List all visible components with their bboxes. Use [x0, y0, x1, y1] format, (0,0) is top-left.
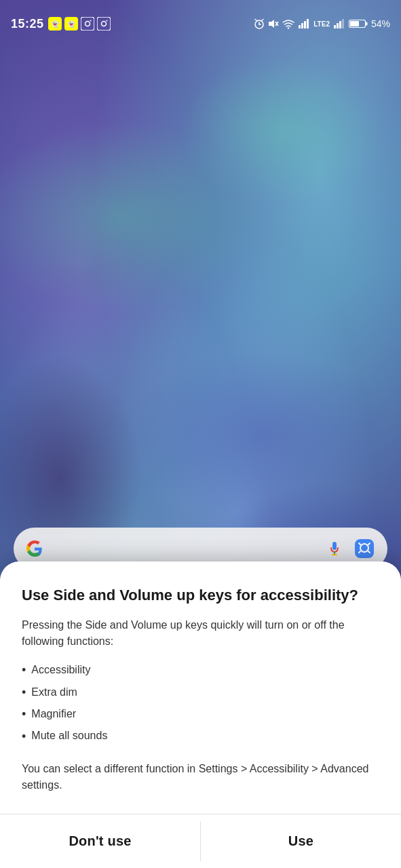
svg-point-18	[288, 27, 289, 28]
svg-rect-23	[334, 25, 336, 28]
snapchat-notif-icon-2: 👻	[64, 17, 78, 31]
svg-point-9	[106, 20, 107, 22]
svg-rect-7	[97, 17, 111, 31]
list-item-mute: Mute all sounds	[22, 726, 379, 747]
list-item-magnifier: Magnifier	[22, 703, 379, 725]
status-bar: 15:25 👻 👻	[0, 0, 401, 41]
signal-icon	[298, 18, 310, 29]
dialog-description: Pressing the Side and Volume up keys qui…	[22, 617, 379, 650]
dialog-settings-note: You can select a different function in S…	[22, 761, 379, 793]
svg-rect-4	[81, 17, 94, 31]
snapchat-notif-icon: 👻	[48, 17, 62, 31]
battery-icon	[349, 18, 368, 29]
list-item-accessibility: Accessibility	[22, 659, 379, 681]
svg-rect-28	[350, 21, 359, 26]
svg-point-8	[101, 22, 106, 26]
lte-label: LTE2	[313, 20, 330, 28]
svg-line-14	[262, 20, 263, 21]
svg-rect-26	[342, 19, 344, 28]
signal-icon-2	[333, 18, 345, 29]
status-right: LTE2 54%	[254, 18, 390, 29]
accessibility-dialog: Use Side and Volume up keys for accessib…	[0, 561, 401, 868]
battery-percentage: 54%	[371, 18, 390, 29]
svg-point-5	[85, 22, 90, 26]
svg-rect-24	[337, 23, 339, 28]
alarm-icon	[254, 18, 265, 29]
dialog-button-row: Don't use Use	[0, 814, 401, 868]
svg-rect-29	[366, 22, 368, 26]
notification-icons: 👻 👻	[48, 17, 111, 31]
wifi-icon	[282, 18, 294, 29]
status-time: 15:25	[11, 17, 44, 31]
svg-line-13	[255, 20, 256, 21]
svg-rect-21	[304, 21, 306, 28]
svg-marker-15	[269, 20, 274, 28]
use-button[interactable]: Use	[201, 814, 401, 868]
svg-text:👻: 👻	[67, 20, 76, 28]
dont-use-button[interactable]: Don't use	[0, 814, 200, 868]
svg-text:👻: 👻	[51, 20, 60, 28]
svg-rect-25	[339, 21, 341, 28]
svg-rect-19	[299, 25, 301, 28]
dialog-title: Use Side and Volume up keys for accessib…	[22, 586, 379, 606]
list-item-extra-dim: Extra dim	[22, 682, 379, 703]
instagram-notif-icon	[81, 17, 94, 31]
svg-rect-22	[307, 19, 309, 28]
status-left: 15:25 👻 👻	[11, 17, 111, 31]
svg-point-6	[90, 20, 91, 22]
instagram-notif-icon-2	[97, 17, 111, 31]
dialog-overlay: Use Side and Volume up keys for accessib…	[0, 515, 401, 868]
dialog-feature-list: Accessibility Extra dim Magnifier Mute a…	[22, 659, 379, 747]
svg-rect-20	[301, 23, 303, 28]
mute-icon	[268, 18, 279, 29]
